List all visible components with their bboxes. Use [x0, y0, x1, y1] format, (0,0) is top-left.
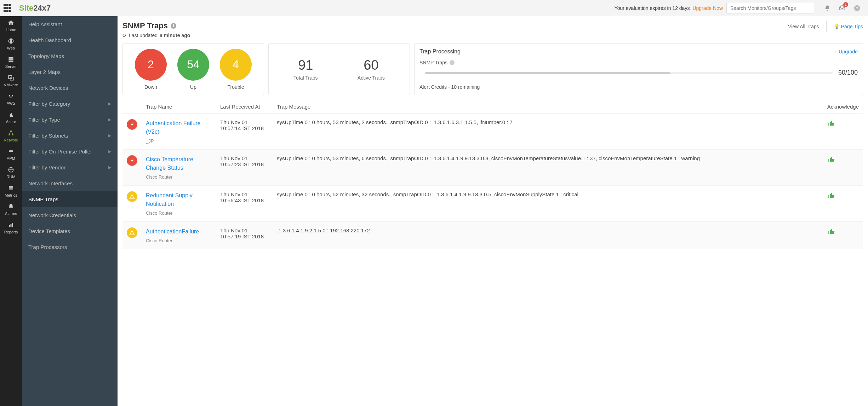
acknowledge-button[interactable]	[827, 191, 859, 199]
menu-item[interactable]: Layer 2 Maps	[22, 64, 118, 80]
trap-name-link[interactable]: Cisco Temperature Change Status	[146, 155, 212, 172]
svg-rect-12	[8, 134, 10, 135]
info-icon[interactable]: i	[171, 23, 176, 29]
azure-icon	[7, 111, 15, 118]
chevron-right-icon: ▶	[108, 133, 111, 138]
table-row: AuthenticationFailureCisco RouterThu Nov…	[122, 222, 863, 249]
bell-icon[interactable]	[823, 4, 831, 12]
trap-time: Thu Nov 01 10:57:23 IST 2018	[216, 150, 273, 186]
menu-item[interactable]: Network Credentials	[22, 207, 118, 223]
status-card: 2 Down 54 Up 4 Trouble	[122, 43, 264, 95]
trap-name-link[interactable]: Authentication Failure (V2c)	[146, 119, 212, 136]
usage-bar	[425, 72, 670, 74]
trap-name-link[interactable]: Redundant Supply Notification	[146, 191, 212, 208]
upgrade-now-link[interactable]: Upgrade Now	[692, 5, 723, 11]
aws-icon	[7, 93, 15, 100]
menu-item[interactable]: Health Dashboard	[22, 32, 118, 48]
menu-item[interactable]: Filter by Type▶	[22, 112, 118, 128]
upgrade-link[interactable]: + Upgrade	[834, 49, 858, 54]
svg-point-14	[9, 150, 11, 152]
refresh-icon[interactable]: ⟳	[122, 33, 127, 38]
trap-message: sysUpTime.0 : 0 hours, 53 minutes, 6 sec…	[273, 150, 823, 186]
menu-item[interactable]: Help Assistant	[22, 16, 118, 32]
table-row: Authentication Failure (V2c)_JPThu Nov 0…	[122, 114, 863, 150]
network-icon	[7, 129, 15, 137]
svg-rect-11	[10, 130, 12, 132]
menu-item[interactable]: Device Templates	[22, 223, 118, 239]
active-traps-value: 60	[358, 58, 385, 73]
vmware-icon	[7, 74, 15, 81]
trap-source: Cisco Router	[146, 210, 212, 216]
logo[interactable]: Site24x7	[19, 4, 51, 13]
home-icon	[7, 19, 15, 26]
reports-icon	[7, 221, 15, 228]
menu-item[interactable]: Topology Maps	[22, 48, 118, 64]
trap-time: Thu Nov 01 10:56:43 IST 2018	[216, 186, 273, 222]
page-tips-link[interactable]: 💡 Page Tips	[834, 24, 863, 29]
svg-point-8	[9, 95, 10, 96]
rail-item-azure[interactable]: Azure	[0, 108, 22, 127]
trap-time: Thu Nov 01 10:57:14 IST 2018	[216, 114, 273, 150]
notifications-icon[interactable]: 1	[838, 4, 846, 12]
server-icon	[7, 56, 15, 63]
search-input[interactable]	[726, 3, 815, 13]
svg-rect-13	[12, 134, 13, 135]
menu-item[interactable]: Network Devices	[22, 80, 118, 96]
rail-item-web[interactable]: Web	[0, 35, 22, 53]
warning-icon	[127, 227, 137, 238]
menu-item[interactable]: Network Interfaces	[22, 175, 118, 191]
chevron-right-icon: ▶	[108, 149, 111, 154]
svg-rect-4	[8, 59, 13, 60]
trap-message: sysUpTime.0 : 0 hours, 53 minutes, 2 sec…	[273, 114, 823, 150]
content: SNMP Traps i ⟳ Last updated a minute ago…	[118, 16, 868, 406]
rail-item-reports[interactable]: Reports	[0, 219, 22, 237]
last-updated: ⟳ Last updated a minute ago	[122, 33, 190, 38]
trap-source: Cisco Router	[146, 174, 212, 180]
apps-icon[interactable]	[4, 4, 12, 12]
rail-item-home[interactable]: Home	[0, 16, 22, 35]
down-arrow-icon	[127, 155, 137, 166]
rail-item-vmware[interactable]: VMware	[0, 71, 22, 90]
table-row: Cisco Temperature Change StatusCisco Rou…	[122, 150, 863, 186]
rail-item-alarms[interactable]: Alarms	[0, 200, 22, 219]
svg-text:?: ?	[856, 6, 858, 10]
chevron-right-icon: ▶	[108, 165, 111, 170]
rail-item-aws[interactable]: AWS	[0, 90, 22, 108]
trap-time: Thu Nov 01 10:57:19 IST 2018	[216, 222, 273, 249]
trap-name-link[interactable]: AuthenticationFailure	[146, 227, 212, 236]
menu-item[interactable]: Filter by Category▶	[22, 96, 118, 112]
menu-item[interactable]: Filter by On-Premise Poller▶	[22, 144, 118, 160]
metrics-icon	[7, 185, 15, 192]
rail-item-rum[interactable]: RUM	[0, 163, 22, 182]
svg-rect-17	[9, 225, 10, 227]
acknowledge-button[interactable]	[827, 155, 859, 163]
totals-card: 91 Total Traps 60 Active Traps	[268, 43, 410, 95]
view-all-traps-link[interactable]: View All Traps	[788, 24, 819, 29]
rail-item-server[interactable]: Server	[0, 53, 22, 71]
up-count[interactable]: 54	[177, 49, 209, 81]
menu-item[interactable]: Filter by Vendor▶	[22, 160, 118, 175]
rail-item-metrics[interactable]: Metrics	[0, 182, 22, 200]
chevron-right-icon: ▶	[108, 117, 111, 122]
rail-item-apm[interactable]: APM	[0, 145, 22, 163]
help-icon[interactable]: ?	[853, 4, 861, 12]
info-icon[interactable]: i	[450, 60, 455, 65]
acknowledge-button[interactable]	[827, 227, 859, 235]
total-traps-value: 91	[293, 58, 318, 73]
menu-item[interactable]: SNMP Traps	[22, 191, 118, 207]
rail-item-network[interactable]: Network	[0, 127, 22, 145]
svg-rect-3	[8, 57, 13, 59]
trap-source: Cisco Router	[146, 238, 212, 243]
trouble-count[interactable]: 4	[220, 49, 252, 81]
menu-item[interactable]: Filter by Subnets▶	[22, 128, 118, 144]
menu-item[interactable]: Trap Processors	[22, 239, 118, 255]
side-menu: Help AssistantHealth DashboardTopology M…	[22, 16, 118, 406]
acknowledge-button[interactable]	[827, 119, 859, 127]
rum-icon	[7, 166, 15, 173]
down-count[interactable]: 2	[135, 49, 167, 81]
page-title: SNMP Traps i	[122, 21, 190, 30]
svg-point-9	[12, 95, 13, 96]
trap-message: .1.3.6.1.4.1.9.2.1.5.0 : 192.168.220.172	[273, 222, 823, 249]
processing-card: Trap Processing + Upgrade SNMP Trapsi 60…	[414, 43, 863, 95]
alarms-icon	[7, 203, 15, 210]
